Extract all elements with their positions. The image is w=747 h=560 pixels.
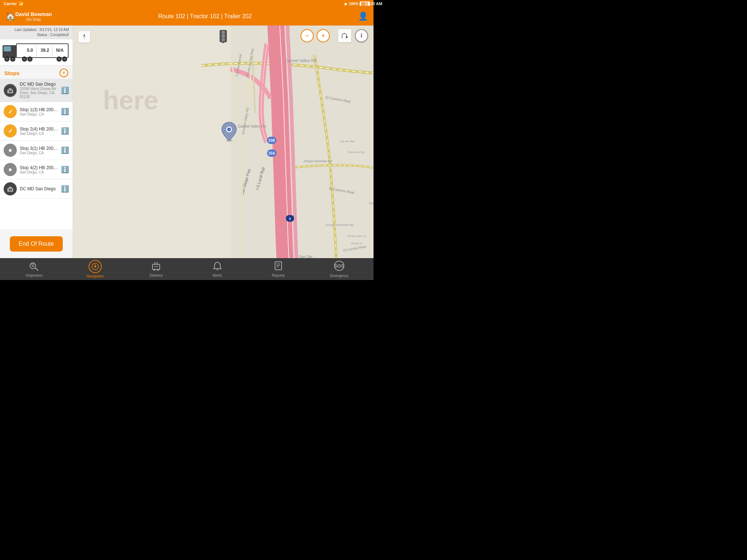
end-route-button[interactable]: End Of Route [10,236,63,252]
stop-info-btn-2[interactable]: ℹ️ [61,127,69,135]
inspection-icon [29,261,39,272]
stops-list: DC MD San Diego 10590 West Ocean Air Dri… [0,79,73,229]
map-area[interactable]: here [73,26,374,258]
svg-text:N/A: N/A [56,48,64,53]
svg-point-78 [154,269,155,271]
tab-inspection-label: Inspection [26,273,43,277]
map-right-controls: i [338,29,368,42]
svg-rect-77 [152,264,160,269]
svg-text:Arroyo Sorrento Rd: Arroyo Sorrento Rd [303,159,332,163]
stop-item[interactable]: ✓ Stop 2(4) HB 20003 Showpark San Diego,… [0,121,73,141]
stop-icon-4: ■ [4,163,17,176]
svg-rect-82 [275,262,282,270]
tab-delivery[interactable]: Delivery [126,259,187,279]
add-stop-button[interactable]: + [59,69,68,77]
tab-alerts[interactable]: Alerts [187,259,248,279]
navigation-icon [89,260,102,273]
status-bar: Carrier 📶 12:20 AM ▶ 100% ▓▓▓ [0,0,374,7]
svg-marker-55 [83,34,85,37]
main-content: Last Updated : 3/17/15, 12:19 AM Status … [0,26,374,258]
stop-item[interactable]: ■ Stop 3(1) HB 20000 Torrey Hills San Di… [0,141,73,160]
stop-icon-2: ✓ [4,124,17,137]
tab-reports-label: Reports [272,273,285,277]
truck-graphic: 5.0 39.2 N/A [0,39,73,66]
tab-reports[interactable]: Reports [248,259,309,279]
svg-line-69 [35,268,38,271]
stop-info-btn-dc1[interactable]: ℹ️ [61,86,69,94]
svg-point-9 [5,58,8,61]
tab-delivery-label: Delivery [150,273,163,277]
tab-inspection[interactable]: Inspection [4,259,65,279]
battery-label: 100% [349,2,359,6]
svg-point-59 [221,34,225,38]
stop-text-2: Stop 2(4) HB 20003 Showpark San Diego, C… [20,127,58,136]
svg-text:39.2: 39.2 [40,48,49,53]
svg-marker-56 [83,37,85,40]
svg-text:Tierra del Sur: Tierra del Sur [347,151,365,154]
svg-rect-1 [4,46,11,51]
svg-rect-26 [9,189,10,191]
stop-text-dc2: DC MD San Diego [20,186,58,191]
svg-point-62 [346,37,347,38]
home-icon[interactable]: 🏠 [5,12,15,21]
stop-info-btn-dc2[interactable]: ℹ️ [61,185,69,193]
svg-point-60 [221,38,225,42]
svg-text:SOS: SOS [334,263,345,269]
zoom-in-button[interactable]: + [317,29,330,42]
user-name: David Bowman [15,11,52,17]
svg-text:Torrey View Ct: Torrey View Ct [347,234,367,238]
stop-info-btn-1[interactable]: ℹ️ [61,108,69,116]
stop-text-1: Stop 1(3) HB 20002 Del Mar Hi... San Die… [20,107,58,116]
svg-point-13 [23,58,26,61]
stop-item[interactable]: ✓ Stop 1(3) HB 20002 Del Mar Hi... San D… [0,102,73,121]
stop-icon-3: ■ [4,144,17,157]
delivery-icon [151,261,161,272]
svg-rect-27 [11,189,12,191]
tab-emergency-label: Emergency [330,274,349,278]
compass-icon[interactable] [78,31,90,43]
svg-point-75 [94,266,96,268]
stop-item[interactable]: DC MD San Diego ℹ️ [0,179,73,199]
stop-text-3: Stop 3(1) HB 20000 Torrey Hills San Dieg… [20,146,58,155]
svg-point-79 [157,269,159,271]
svg-point-17 [58,58,61,61]
tab-navigation-label: Navigation [86,274,104,278]
last-updated: Last Updated : 3/17/15, 12:19 AM Status … [0,26,73,39]
svg-rect-61 [222,42,224,43]
stop-item[interactable]: DC MD San Diego 10590 West Ocean Air Dri… [0,79,73,102]
svg-text:San Die...: San Die... [299,255,315,258]
zoom-out-button[interactable]: − [301,29,314,42]
status-time: 12:20 AM [365,1,374,6]
map-compass[interactable] [78,31,90,43]
emergency-icon: SOS [334,260,345,273]
stop-info-btn-4[interactable]: ℹ️ [61,166,69,174]
user-status: On Duty [26,17,41,22]
svg-rect-22 [9,90,10,92]
tab-navigation[interactable]: Navigation [65,258,125,280]
stop-icon-dc1 [4,84,17,97]
svg-text:Ruette San Raphael: Ruette San Raphael [369,202,374,205]
info-button[interactable]: i [355,29,368,42]
svg-text:5.0: 5.0 [27,48,33,53]
stop-icon-dc2 [4,182,17,195]
svg-text:Torrey Ct: Torrey Ct [351,242,363,245]
stop-info-btn-3[interactable]: ℹ️ [61,146,69,154]
zoom-controls: − + [301,29,330,42]
svg-point-68 [30,263,36,269]
svg-text:Carmel Valley Rd: Carmel Valley Rd [238,124,266,128]
app-header: 🏠 David Bowman On Duty Route 102 | Tract… [0,7,374,26]
carrier-label: Carrier [4,1,17,6]
stop-item[interactable]: ■ Stop 4(2) HB 20001 Del Mar He... San D… [0,160,73,179]
wifi-icon: 📶 [19,1,24,6]
stops-header: Stops + [0,66,73,79]
svg-text:33B: 33B [268,139,275,143]
svg-point-11 [11,58,14,61]
svg-point-15 [28,58,31,61]
user-profile-icon[interactable]: 👤 [358,12,368,21]
route-overview-button[interactable] [338,29,351,42]
stop-icon-1: ✓ [4,105,17,118]
tab-emergency[interactable]: SOS Emergency [309,258,370,280]
user-info: David Bowman On Duty [15,11,52,22]
traffic-icon[interactable] [218,30,228,44]
svg-rect-25 [9,187,12,189]
